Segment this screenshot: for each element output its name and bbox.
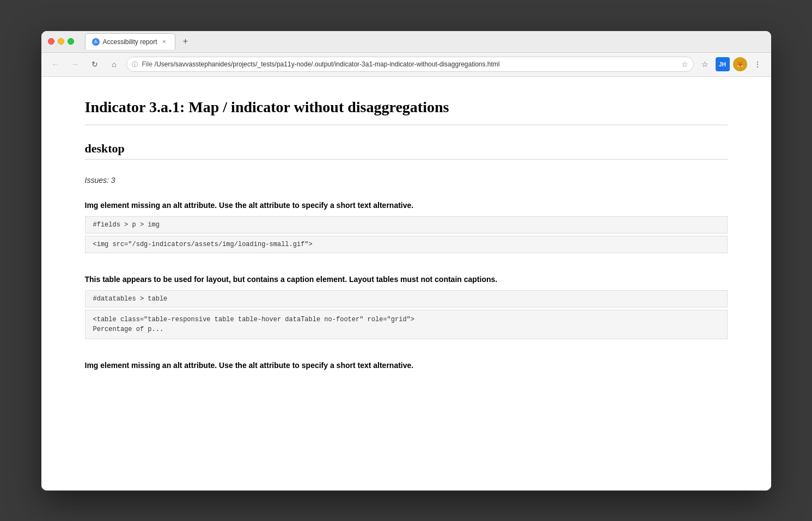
issue-2-code-line1: <table class="table-responsive table tab… bbox=[93, 316, 415, 323]
maximize-button[interactable] bbox=[68, 38, 74, 45]
address-bar-wrapper: ⓘ File /Users/savvasstephanides/projects… bbox=[126, 57, 694, 72]
bookmark-star-icon[interactable]: ☆ bbox=[681, 60, 688, 69]
address-bar: ← → ↻ ⌂ ⓘ File /Users/savvasstephanides/… bbox=[41, 53, 771, 77]
issue-block-1: Img element missing an alt attribute. Us… bbox=[85, 201, 728, 253]
forward-button[interactable]: → bbox=[68, 57, 83, 72]
tab-close-button[interactable]: × bbox=[161, 38, 168, 46]
issues-count: Issues: 3 bbox=[85, 176, 728, 185]
browser-window: ⚠ Accessibility report × + ← → ↻ ⌂ ⓘ Fil… bbox=[41, 31, 771, 491]
address-input[interactable]: File /Users/savvasstephanides/projects/_… bbox=[126, 57, 694, 72]
page-content: Indicator 3.a.1: Map / indicator without… bbox=[41, 77, 771, 491]
toolbar-extensions-button[interactable]: JH bbox=[716, 57, 730, 71]
tab-title: Accessibility report bbox=[103, 38, 157, 46]
tab-favicon: ⚠ bbox=[92, 38, 100, 46]
back-button[interactable]: ← bbox=[48, 57, 63, 72]
tab-bar: ⚠ Accessibility report × + bbox=[85, 33, 765, 50]
toolbar-actions: ☆ JH 🦊 ⋮ bbox=[698, 57, 765, 71]
toolbar-avatar[interactable]: 🦊 bbox=[733, 57, 747, 71]
refresh-button[interactable]: ↻ bbox=[87, 57, 102, 72]
issue-2-title: This table appears to be used for layout… bbox=[85, 275, 728, 284]
issue-2-code-line2: Percentage of p... bbox=[93, 326, 164, 333]
issue-1-selector: #fields > p > img bbox=[85, 216, 728, 234]
title-divider bbox=[85, 125, 728, 125]
issue-block-3: Img element missing an alt attribute. Us… bbox=[85, 361, 728, 370]
issue-2-code: <table class="table-responsive table tab… bbox=[85, 310, 728, 339]
section-heading: desktop bbox=[85, 142, 728, 156]
new-tab-button[interactable]: + bbox=[179, 34, 193, 48]
toolbar-extensions-icon[interactable]: ☆ bbox=[698, 57, 712, 71]
issue-block-2: This table appears to be used for layout… bbox=[85, 275, 728, 339]
address-lock-icon: ⓘ bbox=[132, 60, 138, 69]
close-button[interactable] bbox=[48, 38, 54, 45]
traffic-lights bbox=[48, 38, 74, 45]
issue-2-selector: #datatables > table bbox=[85, 290, 728, 308]
issue-1-code: <img src="/sdg-indicators/assets/img/loa… bbox=[85, 236, 728, 253]
page-title: Indicator 3.a.1: Map / indicator without… bbox=[85, 99, 728, 116]
address-url: /Users/savvasstephanides/projects/_tests… bbox=[155, 60, 500, 68]
toolbar-menu-button[interactable]: ⋮ bbox=[750, 57, 765, 71]
address-file-label: File bbox=[142, 60, 152, 68]
title-bar: ⚠ Accessibility report × + bbox=[41, 31, 771, 53]
section-divider bbox=[85, 159, 728, 160]
issue-3-title: Img element missing an alt attribute. Us… bbox=[85, 361, 728, 370]
minimize-button[interactable] bbox=[58, 38, 64, 45]
issue-1-title: Img element missing an alt attribute. Us… bbox=[85, 201, 728, 210]
home-button[interactable]: ⌂ bbox=[107, 57, 122, 72]
active-tab[interactable]: ⚠ Accessibility report × bbox=[85, 33, 175, 50]
